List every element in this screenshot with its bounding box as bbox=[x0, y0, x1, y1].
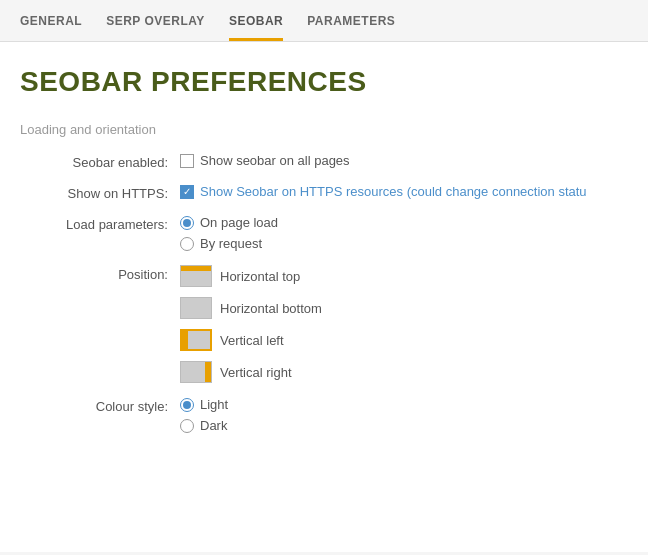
on-page-load-wrap[interactable]: On page load bbox=[180, 215, 278, 230]
position-options: Horizontal top Horizontal bottom Vertica… bbox=[180, 265, 322, 383]
on-page-load-text: On page load bbox=[200, 215, 278, 230]
htop-label: Horizontal top bbox=[220, 269, 300, 284]
htop-body bbox=[181, 271, 211, 286]
position-hbottom-icon bbox=[180, 297, 212, 319]
colour-style-row: Colour style: Light Dark bbox=[20, 397, 628, 433]
seobar-enabled-checkbox[interactable] bbox=[180, 154, 194, 168]
seobar-enabled-row: Seobar enabled: Show seobar on all pages bbox=[20, 153, 628, 170]
colour-light-radio[interactable] bbox=[180, 398, 194, 412]
seobar-enabled-text: Show seobar on all pages bbox=[200, 153, 350, 168]
by-request-radio[interactable] bbox=[180, 237, 194, 251]
colour-style-content: Light Dark bbox=[180, 397, 228, 433]
vleft-label: Vertical left bbox=[220, 333, 284, 348]
tab-parameters[interactable]: PARAMETERS bbox=[307, 14, 395, 41]
by-request-wrap[interactable]: By request bbox=[180, 236, 278, 251]
section-loading-label: Loading and orientation bbox=[20, 122, 628, 137]
on-page-load-radio[interactable] bbox=[180, 216, 194, 230]
tab-seobar[interactable]: SEOBAR bbox=[229, 14, 283, 41]
position-row: Position: Horizontal top Horizontal bott… bbox=[20, 265, 628, 383]
page-title: SEOBAR PREFERENCES bbox=[20, 66, 628, 98]
position-vright[interactable]: Vertical right bbox=[180, 361, 322, 383]
load-params-content: On page load By request bbox=[180, 215, 278, 251]
tab-general[interactable]: GENERAL bbox=[20, 14, 82, 41]
show-https-row: Show on HTTPS: Show Seobar on HTTPS reso… bbox=[20, 184, 628, 201]
seobar-enabled-content: Show seobar on all pages bbox=[180, 153, 350, 168]
position-vleft-icon bbox=[180, 329, 212, 351]
vright-label: Vertical right bbox=[220, 365, 292, 380]
tab-serp-overlay[interactable]: SERP OVERLAY bbox=[106, 14, 205, 41]
colour-dark-radio[interactable] bbox=[180, 419, 194, 433]
colour-style-label: Colour style: bbox=[20, 397, 180, 414]
seobar-enabled-label: Seobar enabled: bbox=[20, 153, 180, 170]
colour-light-text: Light bbox=[200, 397, 228, 412]
hbottom-body bbox=[181, 298, 211, 313]
hbottom-bar bbox=[181, 313, 211, 318]
seobar-enabled-checkbox-wrap[interactable]: Show seobar on all pages bbox=[180, 153, 350, 168]
by-request-text: By request bbox=[200, 236, 262, 251]
load-params-row: Load parameters: On page load By request bbox=[20, 215, 628, 251]
load-params-label: Load parameters: bbox=[20, 215, 180, 232]
show-https-checkbox-wrap[interactable]: Show Seobar on HTTPS resources (could ch… bbox=[180, 184, 587, 199]
vleft-body bbox=[188, 331, 210, 349]
position-label: Position: bbox=[20, 265, 180, 282]
show-https-content: Show Seobar on HTTPS resources (could ch… bbox=[180, 184, 587, 199]
colour-dark-wrap[interactable]: Dark bbox=[180, 418, 228, 433]
vright-bar bbox=[205, 362, 211, 382]
position-htop-icon bbox=[180, 265, 212, 287]
content-area: SEOBAR PREFERENCES Loading and orientati… bbox=[0, 42, 648, 552]
hbottom-label: Horizontal bottom bbox=[220, 301, 322, 316]
show-https-label: Show on HTTPS: bbox=[20, 184, 180, 201]
colour-light-wrap[interactable]: Light bbox=[180, 397, 228, 412]
show-https-text: Show Seobar on HTTPS resources (could ch… bbox=[200, 184, 587, 199]
show-https-checkbox[interactable] bbox=[180, 185, 194, 199]
position-htop[interactable]: Horizontal top bbox=[180, 265, 322, 287]
position-vleft[interactable]: Vertical left bbox=[180, 329, 322, 351]
position-hbottom[interactable]: Horizontal bottom bbox=[180, 297, 322, 319]
vright-body bbox=[181, 362, 205, 382]
position-vright-icon bbox=[180, 361, 212, 383]
colour-dark-text: Dark bbox=[200, 418, 227, 433]
nav-tabs: GENERAL SERP OVERLAY SEOBAR PARAMETERS bbox=[0, 0, 648, 42]
